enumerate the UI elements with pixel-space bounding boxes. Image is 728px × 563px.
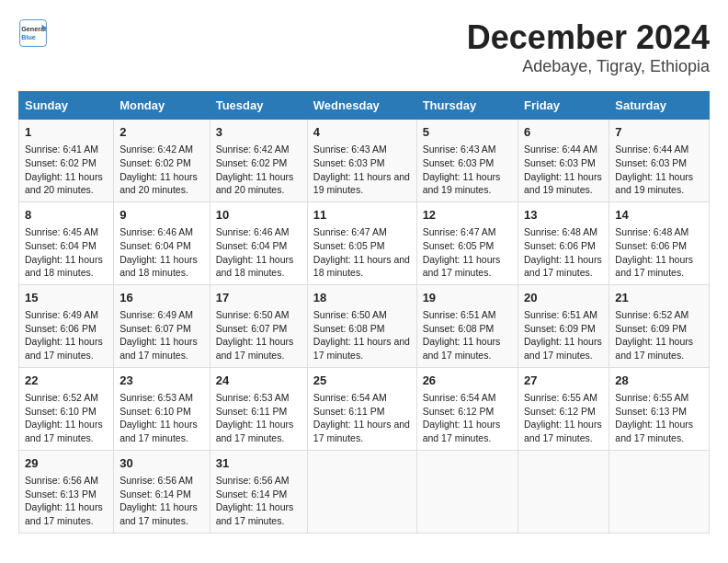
calendar-cell: 31Sunrise: 6:56 AMSunset: 6:14 PMDayligh… <box>210 450 307 533</box>
logo-icon: General Blue <box>18 18 48 48</box>
sunset-text: Sunset: 6:02 PM <box>216 157 288 168</box>
daylight-text: Daylight: 11 hours and 17 minutes. <box>119 336 198 361</box>
calendar-cell: 16Sunrise: 6:49 AMSunset: 6:07 PMDayligh… <box>114 284 210 367</box>
sunrise-text: Sunrise: 6:51 AM <box>423 309 496 320</box>
sunset-text: Sunset: 6:05 PM <box>313 240 385 251</box>
sunset-text: Sunset: 6:02 PM <box>119 157 191 168</box>
daylight-text: Daylight: 11 hours and 18 minutes. <box>25 254 103 279</box>
daylight-text: Daylight: 11 hours and 17 minutes. <box>25 419 103 443</box>
sunset-text: Sunset: 6:13 PM <box>25 488 97 500</box>
day-number: 16 <box>119 290 204 306</box>
daylight-text: Daylight: 11 hours and 19 minutes. <box>615 171 693 196</box>
day-number: 18 <box>313 290 411 306</box>
calendar-cell: 18Sunrise: 6:50 AMSunset: 6:08 PMDayligh… <box>307 284 416 367</box>
sunrise-text: Sunrise: 6:48 AM <box>524 226 597 237</box>
day-number: 15 <box>25 290 108 306</box>
day-number: 19 <box>423 290 512 306</box>
sunset-text: Sunset: 6:05 PM <box>423 240 495 251</box>
daylight-text: Daylight: 11 hours and 19 minutes. <box>313 171 410 196</box>
sunset-text: Sunset: 6:11 PM <box>216 406 288 417</box>
sunset-text: Sunset: 6:03 PM <box>524 157 596 168</box>
daylight-text: Daylight: 11 hours and 18 minutes. <box>216 254 294 279</box>
sunrise-text: Sunrise: 6:47 AM <box>423 226 496 237</box>
sunrise-text: Sunrise: 6:43 AM <box>423 144 496 155</box>
sunset-text: Sunset: 6:03 PM <box>423 157 495 168</box>
sunrise-text: Sunrise: 6:56 AM <box>216 475 290 486</box>
calendar-cell: 29Sunrise: 6:56 AMSunset: 6:13 PMDayligh… <box>19 450 114 533</box>
column-header-monday: Monday <box>114 92 210 120</box>
daylight-text: Daylight: 11 hours and 17 minutes. <box>423 254 501 279</box>
day-number: 26 <box>423 373 512 389</box>
calendar-cell: 22Sunrise: 6:52 AMSunset: 6:10 PMDayligh… <box>19 367 114 450</box>
calendar-cell: 23Sunrise: 6:53 AMSunset: 6:10 PMDayligh… <box>114 367 210 450</box>
sunset-text: Sunset: 6:06 PM <box>25 323 97 334</box>
day-number: 23 <box>119 373 204 389</box>
sunset-text: Sunset: 6:10 PM <box>119 406 191 417</box>
sunset-text: Sunset: 6:03 PM <box>313 157 385 168</box>
calendar-cell: 12Sunrise: 6:47 AMSunset: 6:05 PMDayligh… <box>416 201 518 284</box>
sunrise-text: Sunrise: 6:44 AM <box>524 144 597 155</box>
day-number: 17 <box>216 290 301 306</box>
column-header-wednesday: Wednesday <box>307 92 416 120</box>
sunrise-text: Sunrise: 6:55 AM <box>524 392 597 403</box>
column-header-sunday: Sunday <box>19 92 114 120</box>
sunset-text: Sunset: 6:04 PM <box>216 240 288 251</box>
daylight-text: Daylight: 11 hours and 17 minutes. <box>25 336 103 361</box>
column-header-friday: Friday <box>518 92 609 120</box>
daylight-text: Daylight: 11 hours and 17 minutes. <box>313 336 410 361</box>
calendar-cell: 8Sunrise: 6:45 AMSunset: 6:04 PMDaylight… <box>19 201 114 284</box>
day-number: 10 <box>216 207 301 224</box>
daylight-text: Daylight: 11 hours and 17 minutes. <box>615 254 693 279</box>
daylight-text: Daylight: 11 hours and 18 minutes. <box>119 254 198 279</box>
sunrise-text: Sunrise: 6:50 AM <box>216 309 290 320</box>
day-number: 5 <box>423 124 512 141</box>
daylight-text: Daylight: 11 hours and 17 minutes. <box>524 419 602 443</box>
sunrise-text: Sunrise: 6:49 AM <box>119 309 193 320</box>
day-number: 29 <box>25 455 108 472</box>
day-number: 9 <box>119 207 204 224</box>
calendar-cell: 1Sunrise: 6:41 AMSunset: 6:02 PMDaylight… <box>19 120 114 202</box>
calendar-cell: 3Sunrise: 6:42 AMSunset: 6:02 PMDaylight… <box>210 120 307 202</box>
sunrise-text: Sunrise: 6:51 AM <box>524 309 597 320</box>
daylight-text: Daylight: 11 hours and 17 minutes. <box>216 419 294 443</box>
day-number: 28 <box>615 373 703 389</box>
daylight-text: Daylight: 11 hours and 20 minutes. <box>216 171 294 196</box>
sunrise-text: Sunrise: 6:46 AM <box>119 226 193 237</box>
calendar-cell: 24Sunrise: 6:53 AMSunset: 6:11 PMDayligh… <box>210 367 307 450</box>
sunrise-text: Sunrise: 6:49 AM <box>25 309 98 320</box>
day-number: 24 <box>216 373 301 389</box>
page-subtitle: Adebaye, Tigray, Ethiopia <box>467 57 710 76</box>
daylight-text: Daylight: 11 hours and 17 minutes. <box>119 419 198 443</box>
calendar-cell: 27Sunrise: 6:55 AMSunset: 6:12 PMDayligh… <box>518 367 609 450</box>
page-header: General Blue December 2024 Adebaye, Tigr… <box>18 18 710 76</box>
sunset-text: Sunset: 6:12 PM <box>524 406 596 417</box>
sunset-text: Sunset: 6:02 PM <box>25 157 97 168</box>
day-number: 1 <box>25 124 108 141</box>
logo: General Blue <box>18 18 48 48</box>
sunset-text: Sunset: 6:08 PM <box>423 323 495 334</box>
calendar-cell: 19Sunrise: 6:51 AMSunset: 6:08 PMDayligh… <box>416 284 518 367</box>
calendar-cell: 5Sunrise: 6:43 AMSunset: 6:03 PMDaylight… <box>416 120 518 202</box>
day-number: 2 <box>119 124 204 141</box>
day-number: 4 <box>313 124 411 141</box>
calendar-cell: 6Sunrise: 6:44 AMSunset: 6:03 PMDaylight… <box>518 120 609 202</box>
day-number: 31 <box>216 455 301 472</box>
header-row: SundayMondayTuesdayWednesdayThursdayFrid… <box>19 92 710 120</box>
column-header-thursday: Thursday <box>416 92 518 120</box>
daylight-text: Daylight: 11 hours and 17 minutes. <box>615 336 693 361</box>
sunset-text: Sunset: 6:12 PM <box>423 406 495 417</box>
calendar-cell: 7Sunrise: 6:44 AMSunset: 6:03 PMDaylight… <box>609 120 710 202</box>
sunset-text: Sunset: 6:08 PM <box>313 323 385 334</box>
daylight-text: Daylight: 11 hours and 18 minutes. <box>313 254 410 279</box>
day-number: 11 <box>313 207 411 224</box>
column-header-tuesday: Tuesday <box>210 92 307 120</box>
sunrise-text: Sunrise: 6:41 AM <box>25 144 98 155</box>
sunset-text: Sunset: 6:04 PM <box>25 240 97 251</box>
day-number: 30 <box>119 455 204 472</box>
sunset-text: Sunset: 6:11 PM <box>313 406 385 417</box>
calendar-cell: 11Sunrise: 6:47 AMSunset: 6:05 PMDayligh… <box>307 201 416 284</box>
calendar-cell <box>609 450 710 533</box>
calendar-cell: 4Sunrise: 6:43 AMSunset: 6:03 PMDaylight… <box>307 120 416 202</box>
calendar-cell <box>518 450 609 533</box>
day-number: 3 <box>216 124 301 141</box>
